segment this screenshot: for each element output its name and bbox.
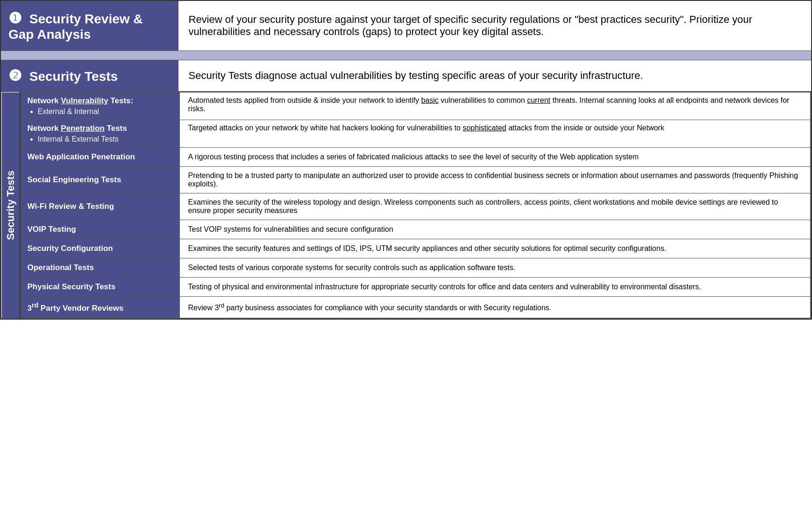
section1-label: ❶ Security Review & Gap Analysis — [0, 0, 178, 51]
row-label: Network Penetration Tests Internal & Ext… — [21, 120, 179, 148]
row-label: Operational Tests — [21, 258, 179, 278]
penetration-underline: Penetration — [61, 124, 105, 133]
row-description: Testing of physical and environmental in… — [179, 278, 811, 297]
row-description: Examines the security features and setti… — [179, 239, 811, 258]
security-tests-side-label: Security Tests — [1, 92, 20, 319]
table-row: Network Penetration Tests Internal & Ext… — [21, 120, 811, 148]
sub-item: Internal & External Tests — [38, 135, 173, 143]
row-label: Social Engineering Tests — [21, 167, 179, 193]
row-label: VOIP Testing — [21, 220, 179, 239]
table-row: VOIP Testing Test VOIP systems for vulne… — [21, 220, 811, 239]
row-description: Automated tests applied from outside & i… — [179, 93, 811, 120]
vulnerability-underline: Vulnerability — [61, 96, 108, 105]
section1-number: ❶ — [8, 10, 22, 27]
row-description: Targeted attacks on your network by whit… — [179, 120, 811, 148]
table-row: Social Engineering Tests Pretending to b… — [21, 167, 811, 193]
row-description: Pretending to be a trusted party to mani… — [179, 167, 811, 193]
section2-label: ❷ Security Tests — [0, 60, 178, 92]
section2-title: Security Tests — [29, 69, 118, 84]
section1-row: ❶ Security Review & Gap Analysis Review … — [0, 0, 812, 51]
row-description: Test VOIP systems for vulnerabilities an… — [179, 220, 811, 239]
table-row: Physical Security Tests Testing of physi… — [21, 278, 811, 297]
sub-item: External & Internal — [38, 107, 173, 116]
table-row: Operational Tests Selected tests of vari… — [21, 258, 811, 278]
spacer-row — [0, 51, 812, 60]
section2-number: ❷ — [8, 67, 22, 84]
section2-body-row: Security Tests Network Vulnerability Tes… — [0, 92, 812, 319]
row-label: Wi-Fi Review & Testing — [21, 193, 179, 220]
row-label: 3rd Party Vendor Reviews — [21, 297, 179, 318]
row-label: Physical Security Tests — [21, 278, 179, 297]
section2-header-row: ❷ Security Tests Security Tests diagnose… — [0, 60, 812, 92]
spacer — [0, 51, 812, 60]
table-row: Network Vulnerability Tests: External & … — [21, 93, 811, 120]
row-label: Web Application Penetration — [21, 148, 179, 167]
section2-description: Security Tests diagnose actual vulnerabi… — [178, 60, 812, 92]
section1-description: Review of your security posture against … — [178, 0, 812, 51]
section1-title: Security Review & Gap Analysis — [8, 12, 143, 42]
table-row: Web Application Penetration A rigorous t… — [21, 148, 811, 167]
row-label: Network Vulnerability Tests: External & … — [21, 93, 179, 120]
table-row: Security Configuration Examines the secu… — [21, 239, 811, 258]
table-row: Wi-Fi Review & Testing Examines the secu… — [21, 193, 811, 220]
row-description: Review 3rd party business associates for… — [179, 297, 811, 318]
row-description: Examines the security of the wireless to… — [179, 193, 811, 220]
row-description: Selected tests of various corporate syst… — [179, 258, 811, 278]
row-label: Security Configuration — [21, 239, 179, 258]
table-row: 3rd Party Vendor Reviews Review 3rd part… — [21, 297, 811, 318]
row-description: A rigorous testing process that includes… — [179, 148, 811, 167]
